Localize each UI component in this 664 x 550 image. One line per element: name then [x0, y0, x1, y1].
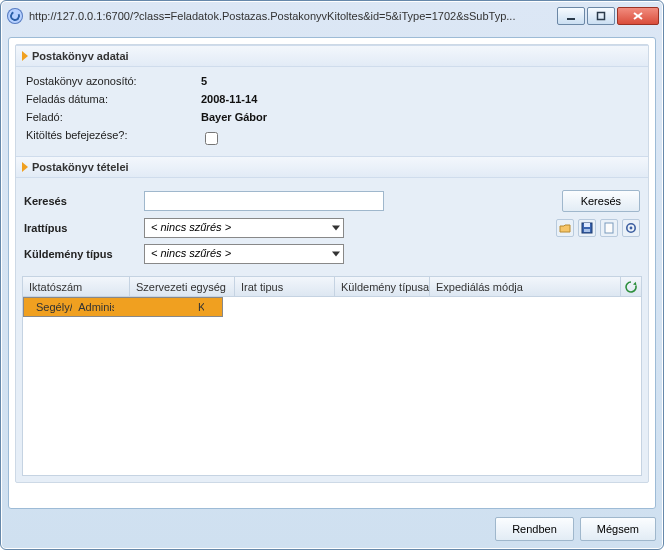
table-row[interactable]: Segély/6-1/2008 Adminisztrátor Külön kéz…: [23, 297, 223, 317]
value-date: 2008-11-14: [201, 93, 638, 105]
chevron-down-icon: [332, 252, 340, 257]
ok-button[interactable]: Rendben: [495, 517, 574, 541]
expand-icon: [22, 162, 28, 172]
svg-point-9: [630, 227, 633, 230]
postbook-fields: Postakönyv azonosító: 5 Feladás dátuma: …: [16, 67, 648, 156]
value-sender: Bayer Gábor: [201, 111, 638, 123]
label-sender: Feladó:: [26, 111, 201, 123]
browser-window: http://127.0.0.1:6700/?class=Feladatok.P…: [0, 0, 664, 550]
shipment-type-label: Küldemény típus: [24, 248, 144, 260]
svg-rect-1: [598, 13, 605, 20]
section-title: Postakönyv adatai: [32, 50, 129, 62]
open-icon[interactable]: [556, 219, 574, 237]
section-title: Postakönyv tételei: [32, 161, 129, 173]
cancel-button[interactable]: Mégsem: [580, 517, 656, 541]
gear-icon[interactable]: [622, 219, 640, 237]
col-irat-tipus[interactable]: Irat tipus: [235, 277, 335, 296]
doc-type-select[interactable]: < nincs szűrés >: [144, 218, 344, 238]
new-page-icon[interactable]: [600, 219, 618, 237]
expand-icon: [22, 51, 28, 61]
shipment-type-select[interactable]: < nincs szűrés >: [144, 244, 344, 264]
maximize-button[interactable]: [587, 7, 615, 25]
doc-type-label: Irattípus: [24, 222, 144, 234]
items-table: Iktatószám Szervezeti egység Irat tipus …: [22, 276, 642, 476]
section-postbook-items-header[interactable]: Postakönyv tételei: [16, 156, 648, 178]
svg-rect-7: [605, 223, 613, 233]
value-id: 5: [201, 75, 638, 87]
table-body[interactable]: Segély/6-1/2008 Adminisztrátor Külön kéz…: [23, 297, 641, 475]
address-bar[interactable]: http://127.0.0.1:6700/?class=Feladatok.P…: [29, 10, 557, 22]
table-header: Iktatószám Szervezeti egység Irat tipus …: [23, 277, 641, 297]
label-id: Postakönyv azonosító:: [26, 75, 201, 87]
search-button[interactable]: Keresés: [562, 190, 640, 212]
col-szervezeti[interactable]: Szervezeti egység: [130, 277, 235, 296]
chevron-down-icon: [332, 226, 340, 231]
done-checkbox[interactable]: [205, 132, 218, 145]
titlebar: http://127.0.0.1:6700/?class=Feladatok.P…: [1, 1, 663, 31]
refresh-icon[interactable]: [621, 277, 641, 296]
label-done: Kitöltés befejezése?:: [26, 129, 201, 148]
search-label: Keresés: [24, 195, 144, 207]
col-iktatoszam[interactable]: Iktatószám: [23, 277, 130, 296]
search-input[interactable]: [144, 191, 384, 211]
col-expedialas[interactable]: Expediálás módja: [430, 277, 621, 296]
label-date: Feladás dátuma:: [26, 93, 201, 105]
svg-rect-5: [584, 223, 590, 227]
ie-icon: [7, 8, 23, 24]
minimize-button[interactable]: [557, 7, 585, 25]
section-postbook-data-header[interactable]: Postakönyv adatai: [16, 45, 648, 67]
col-kuldemeny[interactable]: Küldemény típusa: [335, 277, 430, 296]
save-icon[interactable]: [578, 219, 596, 237]
close-button[interactable]: [617, 7, 659, 25]
dialog-footer: Rendben Mégsem: [8, 517, 656, 541]
svg-rect-6: [584, 229, 590, 232]
client-area: Postakönyv adatai Postakönyv azonosító: …: [8, 37, 656, 509]
